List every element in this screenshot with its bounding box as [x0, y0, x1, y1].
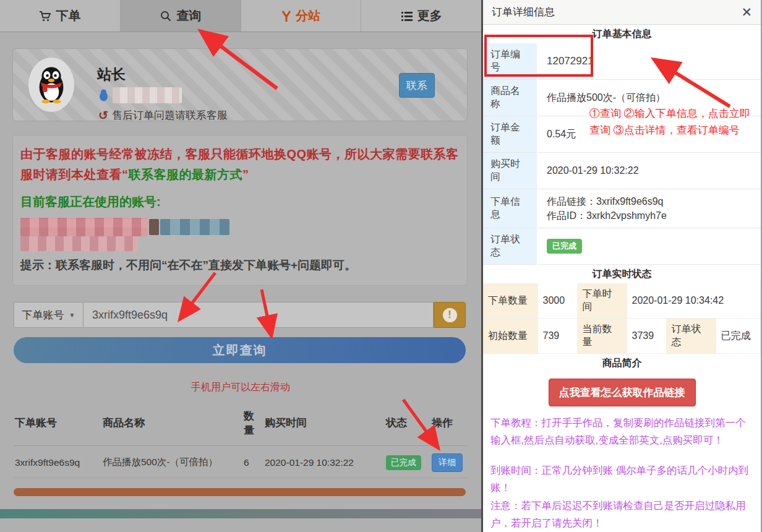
- purchase-time-label: 购买时间: [483, 153, 537, 189]
- after-sale-note: 售后订单问题请联系客服: [112, 108, 228, 122]
- rt-status-label: 订单状态: [666, 319, 716, 354]
- tab-substation[interactable]: 分站: [241, 0, 362, 32]
- basic-info-table: 订单编号 12072921 商品名称 作品播放500次-（可倍拍） 订单金额 0…: [483, 43, 761, 265]
- tab-query[interactable]: 查询: [121, 0, 241, 32]
- orders-header-row: 下单账号 商品名称 数量 购买时间 状态 操作: [14, 401, 468, 445]
- order-number-value: 12072921: [547, 55, 594, 67]
- top-tabbar: 下单 查询 分站 更多: [0, 0, 481, 32]
- col-account: 下单账号: [14, 401, 101, 445]
- order-qty: 6: [242, 445, 263, 479]
- order-time-label: 下单时间: [577, 283, 627, 319]
- order-number-label: 订单编号: [483, 43, 537, 80]
- censored-service-accounts: [20, 218, 460, 252]
- order-amount-label: 订单金额: [483, 116, 537, 153]
- query-type-select[interactable]: 下单账号 ▼: [14, 302, 83, 328]
- mobile-swipe-hint: 手机用户可以左右滑动: [0, 381, 481, 394]
- row-order-info: 下单信息 作品链接：3xrifx9ft9e6s9q 作品ID：3xrkh2vps…: [483, 189, 761, 228]
- cart-icon: [39, 10, 51, 22]
- arrival-time-text: 到账时间：正常几分钟到账 偶尔单子多的话几个小时内到账！: [490, 461, 753, 497]
- footer-strip: [0, 509, 481, 518]
- tutorial-text: 下单教程：打开手手作品，复制要刷的作品链接到第一个输入框,然后点自动获取,变成全…: [490, 414, 753, 449]
- select-value: 下单账号: [22, 308, 64, 322]
- section-intro-title: 商品简介: [483, 354, 761, 372]
- order-status-label: 订单状态: [483, 228, 537, 265]
- censor-block-blue: [160, 219, 229, 235]
- account-input[interactable]: [83, 302, 434, 328]
- row-order-number: 订单编号 12072921: [483, 43, 761, 80]
- censor-block-pink-2: [20, 236, 138, 251]
- search-icon: [160, 10, 172, 22]
- order-detail-drawer: 订单详细信息 ✕ 订单基本信息 订单编号 12072921 商品名称 作品播放5…: [481, 0, 762, 532]
- notice-paragraph-2: 目前客服正在使用的账号:: [20, 194, 460, 210]
- notice-paragraph-1: 由于客服的账号经常被冻结，客服只能循环地换QQ账号，所以大家需要联系客服时请到本…: [20, 144, 460, 185]
- censor-block-dark: [149, 219, 159, 235]
- current-qty-value: 3739: [627, 319, 666, 354]
- list-icon: [401, 11, 413, 22]
- chevron-down-icon: ▼: [69, 312, 75, 319]
- product-name-label: 商品名称: [483, 80, 537, 116]
- tab-label: 查询: [176, 7, 201, 24]
- section-realtime-title: 订单实时状态: [483, 265, 761, 283]
- col-product: 商品名称: [101, 401, 242, 445]
- ordered-qty-value: 3000: [537, 283, 577, 319]
- tab-more[interactable]: 更多: [361, 0, 481, 32]
- col-action: 操作: [430, 401, 468, 445]
- notice-green-highlight: 联系客服的最新方式: [129, 168, 243, 181]
- row-purchase-time: 购买时间 2020-01-29 10:32:22: [483, 153, 761, 189]
- work-link-value: 作品链接：3xrifx9ft9e6s9q: [547, 194, 758, 208]
- order-row: 3xrifx9ft9e6s9q 作品播放500次-（可倍拍） 6 2020-01…: [14, 445, 468, 479]
- realtime-status-table: 下单数量 3000 下单时间 2020-01-29 10:34:42 初始数量 …: [483, 283, 761, 354]
- tab-label: 更多: [417, 7, 442, 24]
- order-account: 3xrifx9ft9e6s9q: [14, 445, 101, 479]
- col-status: 状态: [385, 401, 430, 445]
- col-qty: 数量: [242, 401, 263, 445]
- branch-icon: [281, 10, 291, 22]
- help-warning-button[interactable]: !: [434, 302, 466, 328]
- order-product: 作品播放500次-（可倍拍）: [101, 445, 242, 479]
- table-bottom-border: [14, 478, 468, 478]
- col-time: 购买时间: [263, 401, 385, 445]
- exclamation-circle-icon: !: [443, 308, 457, 322]
- order-time: 2020-01-29 10:32:22: [263, 445, 385, 479]
- tab-place-order[interactable]: 下单: [0, 0, 121, 32]
- censored-qq-number: [113, 87, 182, 103]
- realtime-row-2: 初始数量 739 当前数量 3739 订单状态 已完成: [483, 319, 761, 354]
- status-badge: 已完成: [386, 455, 421, 470]
- orders-table: 下单账号 商品名称 数量 购买时间 状态 操作 3xrifx9ft9e6s9q …: [14, 401, 468, 479]
- query-now-button[interactable]: 立即查询: [14, 337, 466, 363]
- after-sale-icon: ↺: [98, 110, 108, 121]
- rt-status-value: 已完成: [716, 319, 761, 354]
- order-info-label: 下单信息: [483, 189, 537, 228]
- censor-block-pink: [20, 218, 148, 236]
- query-form: 下单账号 ▼ !: [14, 302, 466, 328]
- webmaster-profile-card: 站长 ↺ 售后订单问题请联系客服 联系: [12, 48, 468, 121]
- initial-qty-label: 初始数量: [483, 319, 537, 354]
- qq-penguin-avatar: [28, 58, 74, 112]
- status-badge: 已完成: [547, 239, 582, 254]
- row-order-status: 订单状态 已完成: [483, 228, 761, 265]
- work-id-value: 作品ID：3xrkh2vpshmyh7e: [547, 208, 758, 223]
- tab-label: 下单: [56, 7, 80, 24]
- drawer-header: 订单详细信息 ✕: [483, 0, 761, 25]
- contact-button[interactable]: 联系: [399, 73, 435, 98]
- initial-qty-value: 739: [537, 319, 577, 354]
- section-basic-info-title: 订单基本信息: [483, 25, 761, 43]
- privacy-note-text: 注意：若下单后迟迟不到账请检查自己是否开启过隐私用户，若开启了请先关闭！: [490, 497, 753, 532]
- red-instruction-annotation: ①查询 ②输入下单信息，点击立即查询 ③点击详情，查看订单编号: [589, 105, 759, 139]
- webmaster-name: 站长: [97, 65, 126, 84]
- contact-tip: 提示：联系客服时，不用问“在不在”直接发下单账号+问题即可。: [20, 257, 460, 273]
- tab-label: 分站: [296, 7, 320, 24]
- order-detail-button[interactable]: 详细: [432, 453, 463, 472]
- close-icon[interactable]: ✕: [741, 6, 752, 19]
- current-qty-label: 当前数量: [577, 319, 627, 354]
- horizontal-scrollbar[interactable]: [14, 488, 466, 496]
- service-notice-card: 由于客服的账号经常被冻结，客服只能循环地换QQ账号，所以大家需要联系客服时请到本…: [12, 135, 468, 286]
- main-page-dimmed: 下单 查询 分站 更多: [0, 0, 481, 532]
- how-to-get-link-button[interactable]: 点我查看怎么获取作品链接: [549, 379, 696, 406]
- ordered-qty-label: 下单数量: [483, 283, 537, 319]
- realtime-row-1: 下单数量 3000 下单时间 2020-01-29 10:34:42: [483, 283, 761, 319]
- drawer-title: 订单详细信息: [492, 5, 555, 19]
- purchase-time-value: 2020-01-29 10:32:22: [537, 153, 761, 189]
- order-time-value: 2020-01-29 10:34:42: [627, 283, 761, 319]
- qq-small-icon: [98, 89, 109, 101]
